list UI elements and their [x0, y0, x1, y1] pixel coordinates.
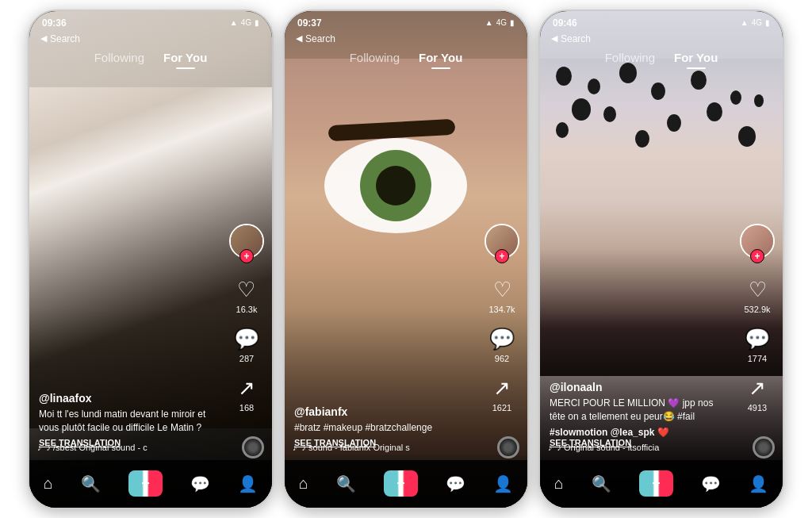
phone-2: 09:37 ▲ 4G ▮ ◀ Search Following For You — [283, 10, 529, 509]
comment-action-2[interactable]: 💬 962 — [489, 327, 515, 363]
add-icon-1: + — [141, 475, 150, 492]
search-bar-1[interactable]: ◀ Search — [29, 32, 272, 46]
status-bar-2: 09:37 ▲ 4G ▮ — [285, 11, 527, 32]
like-count-3: 532.9k — [744, 305, 770, 314]
tab-following-2[interactable]: Following — [350, 51, 400, 67]
discover-nav-3[interactable]: 🔍 — [592, 474, 611, 493]
inbox-icon-2: 💬 — [446, 474, 465, 493]
status-icons-3: ▲ 4G ▮ — [741, 18, 770, 27]
discover-nav-1[interactable]: 🔍 — [81, 474, 101, 493]
discover-nav-2[interactable]: 🔍 — [336, 474, 356, 493]
music-disc-3 — [753, 436, 775, 459]
inbox-nav-1[interactable]: 💬 — [190, 474, 210, 493]
add-nav-3[interactable]: + — [639, 470, 673, 497]
profile-icon-2: 👤 — [493, 474, 513, 493]
status-icons-1: ▲ 4G ▮ — [230, 18, 259, 27]
share-icon-2: ↗ — [493, 376, 511, 401]
avatar-container-1[interactable]: + — [229, 224, 264, 259]
add-icon-2: + — [396, 475, 405, 492]
signal-icon-3: ▲ — [741, 18, 749, 27]
heart-icon-3: ♡ — [749, 278, 767, 302]
home-nav-1[interactable]: ⌂ — [44, 474, 53, 493]
discover-icon-1: 🔍 — [81, 474, 101, 493]
music-text-3: ♪ Original sound - itsofficia — [557, 443, 749, 452]
share-action-2[interactable]: ↗ 1621 — [492, 376, 511, 412]
share-count-1: 168 — [239, 403, 254, 412]
comment-action-3[interactable]: 💬 1774 — [745, 327, 770, 363]
time-3: 09:46 — [553, 17, 577, 29]
home-icon-1: ⌂ — [44, 474, 53, 493]
like-action-3[interactable]: ♡ 532.9k — [744, 278, 770, 314]
comment-action-1[interactable]: 💬 287 — [234, 327, 259, 363]
side-actions-1: + ♡ 16.3k 💬 287 ↗ 168 — [229, 224, 264, 412]
avatar-container-3[interactable]: + — [740, 224, 775, 259]
music-disc-1 — [242, 436, 264, 459]
phones-container: 09:36 ▲ 4G ▮ ◀ Search Following For You — [20, 2, 792, 517]
search-bar-3[interactable]: ◀ Search — [540, 32, 783, 46]
follow-plus-3[interactable]: + — [750, 249, 764, 263]
like-count-2: 134.7k — [488, 305, 515, 314]
network-2: 4G — [496, 18, 507, 27]
inbox-nav-2[interactable]: 💬 — [446, 474, 465, 493]
discover-icon-2: 🔍 — [336, 474, 356, 493]
follow-plus-1[interactable]: + — [239, 249, 254, 263]
caption-3: MERCI POUR LE MILLION 💜 jpp nos tête on … — [550, 397, 727, 424]
inbox-icon-1: 💬 — [190, 474, 210, 493]
username-1[interactable]: @linaafox — [39, 392, 216, 405]
add-nav-2[interactable]: + — [384, 470, 418, 497]
inbox-nav-3[interactable]: 💬 — [701, 474, 721, 493]
music-note-1: ♪ — [37, 443, 42, 452]
tab-for-you-2[interactable]: For You — [419, 51, 462, 67]
share-icon-1: ↗ — [238, 376, 255, 401]
bottom-nav-2: ⌂ 🔍 + 💬 👤 — [285, 460, 527, 508]
battery-icon-3: ▮ — [765, 18, 770, 27]
comment-icon-3: 💬 — [745, 327, 770, 351]
heart-icon-2: ♡ — [493, 278, 511, 302]
tab-for-you-3[interactable]: For You — [674, 51, 718, 67]
bottom-nav-1: ⌂ 🔍 + 💬 👤 — [29, 460, 272, 508]
tab-following-1[interactable]: Following — [94, 51, 144, 67]
phone-1: 09:36 ▲ 4G ▮ ◀ Search Following For You — [28, 10, 274, 509]
share-icon-3: ↗ — [749, 376, 766, 401]
music-text-2: ♪ sound - fabianfx Original s — [302, 443, 493, 452]
profile-nav-1[interactable]: 👤 — [238, 474, 258, 493]
share-count-3: 4913 — [748, 403, 767, 412]
avatar-container-2[interactable]: + — [485, 224, 519, 259]
username-2[interactable]: @fabianfx — [294, 405, 472, 418]
add-button-3[interactable]: + — [639, 470, 673, 497]
add-button-1[interactable]: + — [128, 470, 163, 497]
comment-icon-2: 💬 — [489, 327, 515, 351]
top-nav-1: Following For You — [29, 46, 272, 71]
network-1: 4G — [241, 18, 251, 27]
follow-plus-2[interactable]: + — [495, 249, 509, 263]
like-action-1[interactable]: ♡ 16.3k — [236, 278, 258, 314]
side-actions-3: + ♡ 532.9k 💬 1774 ↗ 4913 — [740, 224, 775, 412]
tab-for-you-1[interactable]: For You — [163, 51, 207, 67]
battery-icon-2: ▮ — [510, 18, 515, 27]
search-bar-2[interactable]: ◀ Search — [285, 32, 527, 46]
share-action-3[interactable]: ↗ 4913 — [748, 376, 767, 412]
home-nav-3[interactable]: ⌂ — [554, 474, 564, 493]
add-nav-1[interactable]: + — [128, 470, 163, 497]
search-icon-2: ◀ — [296, 33, 302, 44]
status-icons-2: ▲ 4G ▮ — [485, 18, 515, 27]
share-action-1[interactable]: ↗ 168 — [238, 376, 255, 412]
profile-nav-3[interactable]: 👤 — [749, 474, 768, 493]
profile-icon-3: 👤 — [749, 474, 768, 493]
phone-3: 09:46 ▲ 4G ▮ ◀ Search Following For You — [538, 10, 784, 509]
comment-icon-1: 💬 — [234, 327, 259, 351]
search-text-1: Search — [50, 33, 80, 44]
time-2: 09:37 — [297, 17, 322, 29]
profile-icon-1: 👤 — [238, 474, 258, 493]
add-icon-3: + — [652, 475, 661, 492]
like-action-2[interactable]: ♡ 134.7k — [488, 278, 515, 314]
profile-nav-2[interactable]: 👤 — [493, 474, 513, 493]
like-count-1: 16.3k — [236, 305, 258, 314]
home-nav-2[interactable]: ⌂ — [299, 474, 308, 493]
search-text-2: Search — [305, 33, 335, 44]
add-button-2[interactable]: + — [384, 470, 418, 497]
share-count-2: 1621 — [492, 403, 511, 412]
username-3[interactable]: @ilonaaln — [550, 381, 727, 393]
tab-following-3[interactable]: Following — [605, 51, 655, 67]
music-note-2: ♪ — [293, 443, 297, 452]
